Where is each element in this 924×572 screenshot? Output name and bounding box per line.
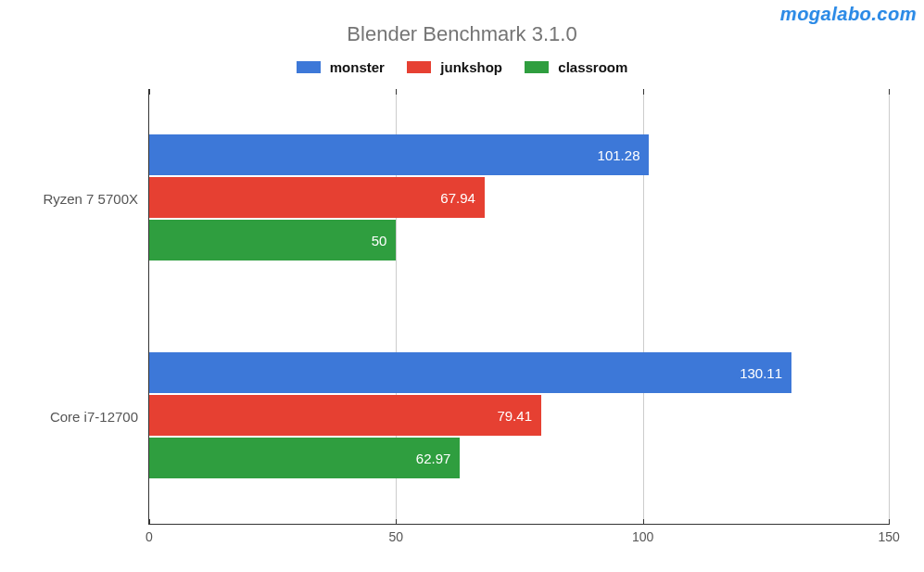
x-tick-label: 50 [389, 529, 404, 544]
legend-label: classroom [558, 59, 627, 75]
legend-swatch-icon [297, 61, 321, 73]
bar-value-label: 62.97 [416, 451, 451, 466]
x-tick-label: 100 [632, 529, 653, 544]
legend-item-monster: monster [297, 57, 385, 75]
chart-legend: monster junkshop classroom [0, 57, 924, 75]
bar-value-label: 101.28 [598, 147, 640, 163]
bar-value-label: 50 [372, 233, 387, 248]
legend-swatch-icon [525, 61, 549, 73]
bar-monster: 130.11 [149, 352, 791, 393]
legend-item-junkshop: junkshop [407, 57, 502, 75]
category-group-corei7: Core i7-12700 130.11 79.41 62.97 [149, 307, 890, 525]
bar-value-label: 79.41 [497, 408, 532, 424]
category-label: Ryzen 7 5700X [43, 190, 149, 206]
category-label: Core i7-12700 [50, 408, 149, 424]
legend-label: monster [330, 59, 385, 75]
category-group-ryzen: Ryzen 7 5700X 101.28 67.94 50 [149, 89, 890, 307]
chart-title: Blender Benchmark 3.1.0 [0, 22, 924, 46]
x-tick-label: 0 [146, 529, 153, 544]
bar-junkshop: 79.41 [149, 395, 541, 436]
bar-value-label: 130.11 [740, 365, 782, 381]
bar-junkshop: 67.94 [149, 177, 485, 218]
bar-monster: 101.28 [149, 134, 649, 175]
x-tick-label: 150 [879, 529, 900, 544]
legend-item-classroom: classroom [525, 57, 627, 75]
bar-classroom: 62.97 [149, 438, 460, 478]
bar-classroom: 50 [149, 220, 396, 261]
plot-area: 0 50 100 150 Ryzen 7 5700X 101.28 67.94 … [148, 89, 890, 525]
legend-label: junkshop [440, 59, 502, 75]
legend-swatch-icon [407, 61, 431, 73]
bar-value-label: 67.94 [440, 190, 475, 206]
